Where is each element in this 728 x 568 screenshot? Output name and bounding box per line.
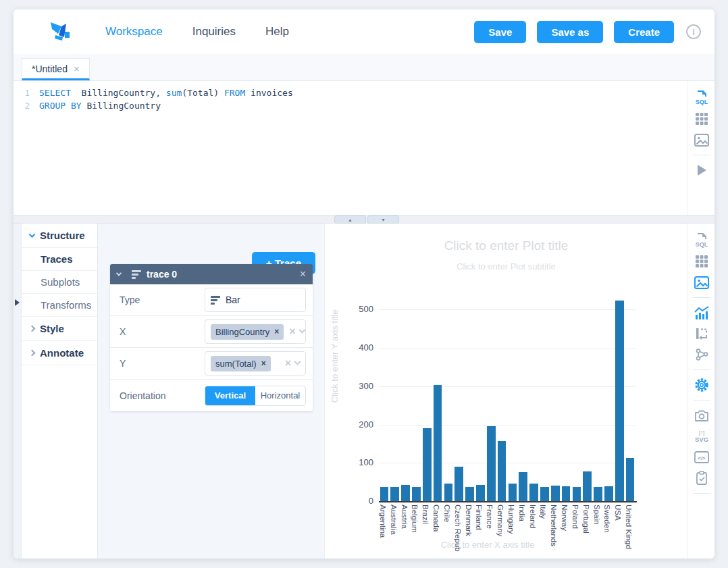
sql-file-icon[interactable]: SQL (694, 90, 710, 106)
bar-austria[interactable] (401, 485, 410, 501)
code-export-icon[interactable]: </> (694, 449, 710, 465)
subplots-icon[interactable] (694, 326, 710, 342)
clear-icon[interactable]: × (289, 326, 295, 337)
chevron-right-icon (29, 326, 36, 332)
chevron-down-icon[interactable] (294, 358, 301, 365)
svg-export-icon[interactable]: [↑]SVG (694, 428, 710, 444)
image-icon[interactable] (694, 274, 710, 290)
bar-portugal[interactable] (583, 471, 592, 501)
bar-united-kingd[interactable] (626, 458, 635, 501)
rail-divider (693, 400, 710, 401)
save-button[interactable]: Save (474, 21, 526, 43)
editor-icon-rail: SQL (687, 81, 714, 215)
orientation-vertical-button[interactable]: Vertical (205, 386, 255, 405)
x-column-select[interactable]: BillingCountry × × (205, 319, 306, 344)
create-button[interactable]: Create (614, 21, 674, 43)
splitter-collapse-up-button[interactable]: ▲ (334, 215, 366, 224)
bar-france[interactable] (487, 426, 496, 501)
clear-icon[interactable]: × (285, 358, 291, 369)
bar-finland[interactable] (476, 485, 485, 501)
transforms-icon[interactable] (694, 346, 710, 363)
app-window: WorkspaceInquiriesHelp SaveSave asCreate… (14, 9, 714, 559)
tab-title: *Untitled (32, 63, 68, 74)
bar-germany[interactable] (498, 441, 506, 501)
y-tick-label: 100 (346, 457, 373, 467)
top-navbar: WorkspaceInquiriesHelp SaveSave asCreate… (14, 9, 714, 54)
x-tick-label: Argentina (379, 505, 387, 538)
sidebar-item-annotate[interactable]: Annotate (22, 341, 97, 365)
sidebar-item-structure[interactable]: Structure (22, 224, 97, 248)
gear-icon[interactable] (694, 377, 710, 393)
sidebar-item-style[interactable]: Style (22, 317, 97, 341)
bar-italy[interactable] (540, 487, 549, 501)
bar-norway[interactable] (562, 486, 571, 501)
nav-link-help[interactable]: Help (251, 18, 304, 45)
bar-denmark[interactable] (465, 487, 474, 501)
bar-chile[interactable] (444, 484, 453, 501)
collapsed-panel-strip (14, 224, 22, 559)
table-grid-icon[interactable] (694, 111, 710, 127)
trace-panel-header[interactable]: trace 0 × (110, 264, 313, 284)
bar-hungary[interactable] (509, 484, 517, 501)
nav-link-workspace[interactable]: Workspace (90, 18, 178, 45)
chart-canvas: Click to enter Plot title Click to enter… (324, 224, 687, 559)
falcon-logo[interactable] (49, 20, 72, 43)
x-tick-label: Germany (496, 505, 504, 536)
bar-canada[interactable] (434, 385, 442, 501)
nav-link-inquiries[interactable]: Inquiries (178, 18, 251, 45)
bar-sweden[interactable] (604, 486, 613, 501)
type-field-row: Type Bar (110, 284, 313, 316)
panel-expand-toggle-icon[interactable] (15, 299, 20, 306)
run-query-icon[interactable] (694, 162, 710, 178)
image-icon[interactable] (694, 132, 710, 148)
bar-usa[interactable] (615, 301, 624, 501)
bar-czech-repub[interactable] (454, 467, 463, 501)
y-column-select[interactable]: sum(Total) × × (205, 351, 306, 376)
tab-untitled[interactable]: *Untitled × (22, 58, 90, 80)
bar-spain[interactable] (594, 487, 602, 501)
bar-argentina[interactable] (380, 487, 389, 501)
trace-close-icon[interactable]: × (300, 268, 306, 280)
info-icon[interactable]: i (686, 24, 701, 39)
table-grid-icon[interactable] (694, 253, 710, 269)
save-as-button[interactable]: Save as (537, 21, 603, 43)
x-tick-label: Brazil (421, 505, 430, 524)
tab-close-icon[interactable]: × (74, 63, 80, 74)
rail-divider (693, 493, 710, 494)
sidebar-item-transforms[interactable]: Transforms (22, 294, 97, 317)
bar-poland[interactable] (573, 487, 581, 501)
bar-ireland[interactable] (529, 484, 538, 501)
x-column-chip[interactable]: BillingCountry × (211, 324, 284, 340)
pane-splitter[interactable]: ▲ ▼ (14, 215, 714, 224)
clipboard-icon[interactable] (694, 470, 710, 486)
x-tick-label: Australia (390, 505, 398, 535)
splitter-collapse-down-button[interactable]: ▼ (367, 215, 399, 224)
chevron-down-icon[interactable] (298, 326, 305, 333)
type-select[interactable]: Bar (205, 288, 306, 312)
gridline (379, 348, 635, 348)
area-chart-icon[interactable] (694, 305, 710, 321)
chip-remove-icon[interactable]: × (274, 327, 279, 336)
x-tick-label: Canada (432, 505, 440, 532)
collapse-chevron-icon[interactable] (116, 270, 122, 276)
bar-brazil[interactable] (423, 428, 432, 501)
bar-india[interactable] (519, 472, 527, 501)
sql-editor[interactable]: 1SELECT BillingCountry, sum(Total) FROM … (14, 81, 687, 215)
svg-text:[↑]: [↑] (698, 430, 704, 436)
code-line[interactable]: 1SELECT BillingCountry, sum(Total) FROM … (14, 86, 687, 99)
bar-australia[interactable] (390, 487, 399, 501)
sidebar-item-traces[interactable]: Traces (22, 248, 97, 271)
bar-type-icon (211, 296, 220, 305)
sql-file-icon[interactable]: SQL (694, 232, 710, 249)
orientation-horizontal-button[interactable]: Horizontal (255, 386, 305, 405)
sidebar-item-subplots[interactable]: Subplots (22, 271, 97, 294)
code-line[interactable]: 2GROUP BY BillingCountry (14, 99, 687, 112)
camera-icon[interactable] (694, 407, 710, 423)
bar-belgium[interactable] (412, 487, 421, 501)
y-column-chip[interactable]: sum(Total) × (211, 356, 271, 371)
tab-bar: *Untitled × (14, 54, 714, 81)
x-tick-label: Denmark (465, 505, 473, 536)
bar-netherlands[interactable] (551, 486, 560, 501)
x-tick-label: Portugal (582, 505, 590, 534)
chip-remove-icon[interactable]: × (261, 359, 266, 368)
